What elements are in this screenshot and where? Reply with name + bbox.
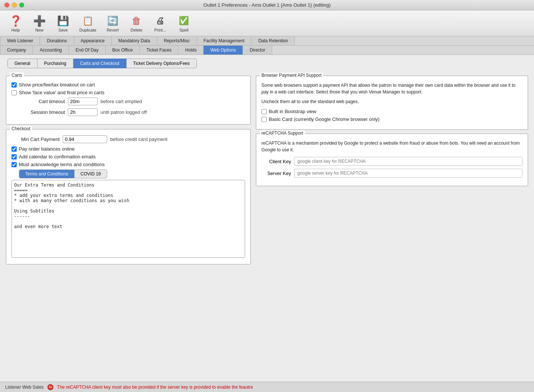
show-price-fee-tax-label: Show price/fee/tax breakout on cart xyxy=(19,82,95,88)
tab-box-office[interactable]: Box Office xyxy=(106,46,140,55)
tab-row-1: Web Listener Donations Appearance Mandat… xyxy=(0,36,534,46)
close-button[interactable] xyxy=(4,3,9,7)
new-button[interactable]: ➕ New xyxy=(28,13,50,34)
print-icon: 🖨 xyxy=(154,14,167,27)
session-timeout-row: Session timeout until patron logged off xyxy=(11,108,245,116)
cart-timeout-label: Cart timeout xyxy=(20,99,65,104)
title-bar: Outlet 1 Preferences - Ams Outlet 1 {Ams… xyxy=(0,0,534,10)
browser-payment-note: Uncheck them all to use the standard web… xyxy=(261,99,523,104)
revert-button[interactable]: 🔄 Revert xyxy=(102,13,124,34)
tab-ticket-faces[interactable]: Ticket Faces xyxy=(140,46,179,55)
minimize-button[interactable] xyxy=(12,3,17,7)
cart-timeout-input[interactable] xyxy=(68,98,98,105)
traffic-lights xyxy=(4,3,24,7)
show-face-value-label: Show 'face value' and final price in car… xyxy=(19,90,104,95)
sub-tab-purchasing[interactable]: Purchasing xyxy=(37,59,73,68)
carts-group: Carts Show price/fee/tax breakout on car… xyxy=(6,76,251,125)
delete-button[interactable]: 🗑 Delete xyxy=(125,13,148,34)
cart-timeout-row: Cart timeout before cart emptied xyxy=(11,98,245,105)
add-calendar-label: Add calendar to confirmation emails xyxy=(19,154,96,159)
server-key-row: Server Key xyxy=(261,169,523,178)
min-cart-payment-suffix: before credit card payment xyxy=(110,136,168,142)
carts-title: Carts xyxy=(10,73,24,78)
recaptcha-group: reCAPTCHA Support reCAPTCHA is a mechani… xyxy=(256,134,528,186)
client-key-label: Client Key xyxy=(261,159,291,164)
main-content: Carts Show price/fee/tax breakout on car… xyxy=(0,72,534,268)
client-key-input[interactable] xyxy=(294,157,523,166)
show-face-value-checkbox[interactable] xyxy=(11,90,17,95)
tab-company[interactable]: Company xyxy=(0,46,33,55)
print-label: Print... xyxy=(154,28,166,32)
revert-label: Revert xyxy=(107,28,119,32)
tab-accounting[interactable]: Accounting xyxy=(33,46,69,55)
checkout-title: Checkout xyxy=(10,126,32,131)
must-acknowledge-checkbox[interactable] xyxy=(11,162,17,167)
session-timeout-input[interactable] xyxy=(68,108,98,116)
session-timeout-label: Session timeout xyxy=(20,109,65,115)
tab-reports-misc[interactable]: Reports/Misc xyxy=(157,36,197,45)
toolbar: ❓ Help ➕ New 💾 Save 📋 Duplicate 🔄 Revert… xyxy=(0,10,534,36)
left-panel: Carts Show price/fee/tax breakout on car… xyxy=(6,76,251,264)
pay-order-balances-label: Pay order balances online xyxy=(19,146,75,152)
spell-button[interactable]: ✅ Spell xyxy=(173,13,195,34)
right-panel: Browser Payment API Support Some web bro… xyxy=(256,76,528,264)
tab-row-2: Company Accounting End Of Day Box Office… xyxy=(0,46,534,55)
help-icon: ❓ xyxy=(9,14,22,27)
tab-appearance[interactable]: Appearance xyxy=(74,36,112,45)
tab-web-options[interactable]: Web Options xyxy=(204,46,243,55)
help-button[interactable]: ❓ Help xyxy=(4,13,27,34)
bootstrap-view-row: Built in Bootstrap view xyxy=(261,109,523,114)
tab-facility-management[interactable]: Facility Management xyxy=(197,36,252,45)
sub-tab-carts-and-checkout[interactable]: Carts and Checkout xyxy=(73,59,126,68)
save-button[interactable]: 💾 Save xyxy=(52,13,74,34)
min-cart-payment-row: Min Cart Payment before credit card paym… xyxy=(11,135,245,143)
spell-label: Spell xyxy=(179,28,188,32)
checkout-group: Checkout Min Cart Payment before credit … xyxy=(6,129,251,264)
duplicate-label: Duplicate xyxy=(79,28,96,32)
status-error-icon: ⛔ xyxy=(47,384,53,390)
add-calendar-checkbox[interactable] xyxy=(11,154,17,159)
tab-data-retention[interactable]: Data Retention xyxy=(251,36,295,45)
duplicate-icon: 📋 xyxy=(81,14,95,27)
recaptcha-description: reCAPTCHA is a mechanism provided by Goo… xyxy=(261,140,523,153)
basic-card-label: Basic Card (currently Google Chrome brow… xyxy=(269,116,379,122)
terms-and-conditions-tab[interactable]: Terms and Conditions xyxy=(19,169,75,178)
terms-sub-tab-row: Terms and Conditions COVID 19 xyxy=(11,169,245,178)
browser-payment-description: Some web browsers support a payment API … xyxy=(261,82,523,95)
save-icon: 💾 xyxy=(56,14,70,27)
show-price-fee-tax-checkbox[interactable] xyxy=(11,82,17,88)
sub-tab-general[interactable]: General xyxy=(7,59,37,68)
browser-payment-title: Browser Payment API Support xyxy=(260,73,323,78)
revert-icon: 🔄 xyxy=(106,14,119,27)
terms-textarea[interactable]: Our Extra Terms and Conditions ===== * a… xyxy=(11,180,245,258)
sub-tab-row: General Purchasing Carts and Checkout Ti… xyxy=(0,55,534,72)
server-key-label: Server Key xyxy=(261,171,291,176)
pay-order-balances-checkbox[interactable] xyxy=(11,146,17,152)
basic-card-checkbox[interactable] xyxy=(261,117,267,122)
server-key-input[interactable] xyxy=(294,169,523,178)
help-label: Help xyxy=(11,28,20,32)
covid-19-tab[interactable]: COVID 19 xyxy=(75,169,107,178)
add-calendar-row: Add calendar to confirmation emails xyxy=(11,154,245,159)
min-cart-payment-input[interactable] xyxy=(63,135,107,143)
duplicate-button[interactable]: 📋 Duplicate xyxy=(76,13,100,34)
tab-holds[interactable]: Holds xyxy=(178,46,204,55)
bootstrap-view-label: Built in Bootstrap view xyxy=(269,109,316,114)
maximize-button[interactable] xyxy=(19,3,24,7)
pay-order-balances-row: Pay order balances online xyxy=(11,146,245,152)
print-button[interactable]: 🖨 Print... xyxy=(149,13,171,34)
status-error-message: The reCAPTCHA client key must also be pr… xyxy=(57,385,253,390)
window-title: Outlet 1 Preferences - Ams Outlet 1 {Ams… xyxy=(203,2,330,8)
browser-payment-group: Browser Payment API Support Some web bro… xyxy=(256,76,528,130)
tab-mandatory-data[interactable]: Mandatory Data xyxy=(112,36,157,45)
bootstrap-view-checkbox[interactable] xyxy=(261,109,267,114)
must-acknowledge-label: Must acknowledge terms and conditions xyxy=(19,162,105,167)
delete-label: Delete xyxy=(131,28,142,32)
tab-director[interactable]: Director xyxy=(243,46,272,55)
sub-tab-ticket-delivery[interactable]: Ticket Delivery Options/Fees xyxy=(126,59,197,68)
save-label: Save xyxy=(58,28,67,32)
tab-web-listener[interactable]: Web Listener xyxy=(0,36,40,45)
status-bar: Listener Web Sales ⛔ The reCAPTCHA clien… xyxy=(0,382,534,392)
tab-end-of-day[interactable]: End Of Day xyxy=(69,46,106,55)
tab-donations[interactable]: Donations xyxy=(40,36,74,45)
